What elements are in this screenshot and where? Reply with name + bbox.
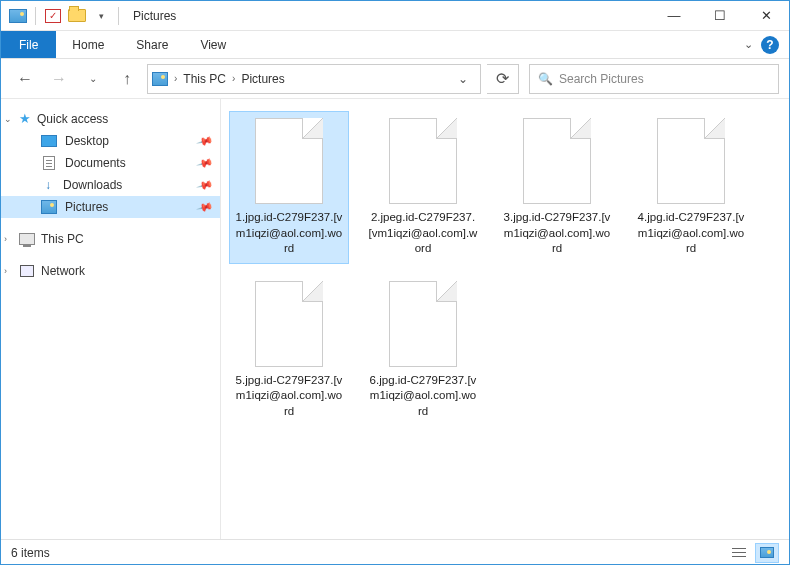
pin-icon: 📌 <box>196 132 215 150</box>
download-icon: ↓ <box>41 178 55 192</box>
network-label: Network <box>41 264 85 278</box>
file-icon <box>389 281 457 367</box>
sidebar-item-label: Documents <box>65 156 126 170</box>
pc-icon <box>19 232 35 246</box>
refresh-button[interactable]: ⟳ <box>487 64 519 94</box>
file-item[interactable]: 2.jpeg.id-C279F237.[vm1iqzi@aol.com].wor… <box>363 111 483 264</box>
ribbon: File Home Share View ⌄ ? <box>1 31 789 59</box>
document-icon <box>41 156 57 170</box>
minimize-button[interactable]: — <box>651 1 697 31</box>
desktop-icon <box>41 134 57 148</box>
file-icon <box>657 118 725 204</box>
maximize-button[interactable]: ☐ <box>697 1 743 31</box>
help-icon[interactable]: ? <box>761 36 779 54</box>
svg-rect-2 <box>732 556 746 557</box>
this-pc-label: This PC <box>41 232 84 246</box>
sidebar-item-label: Pictures <box>65 200 108 214</box>
chevron-down-icon[interactable]: ⌄ <box>4 114 12 124</box>
ribbon-expand-icon[interactable]: ⌄ <box>744 38 753 51</box>
file-name: 5.jpg.id-C279F237.[vm1iqzi@aol.com].word <box>234 373 344 420</box>
tab-share[interactable]: Share <box>120 31 184 58</box>
file-name: 6.jpg.id-C279F237.[vm1iqzi@aol.com].word <box>368 373 478 420</box>
recent-dropdown-icon[interactable]: ⌄ <box>79 65 107 93</box>
item-count: 6 items <box>11 546 50 560</box>
pin-icon: 📌 <box>196 198 215 216</box>
file-name: 4.jpg.id-C279F237.[vm1iqzi@aol.com].word <box>636 210 746 257</box>
sidebar-quick-access[interactable]: ⌄ ★ Quick access <box>1 107 220 130</box>
sidebar: ⌄ ★ Quick access Desktop 📌 Documents 📌 ↓… <box>1 99 221 539</box>
status-bar: 6 items <box>1 539 789 565</box>
view-largeicons-button[interactable] <box>755 543 779 563</box>
file-icon <box>255 281 323 367</box>
title-bar: ✓ ▾ Pictures — ☐ ✕ <box>1 1 789 31</box>
app-icon <box>7 5 29 27</box>
qat-newfolder-icon[interactable] <box>66 5 88 27</box>
quick-access-label: Quick access <box>37 112 108 126</box>
breadcrumb-thispc[interactable]: This PC <box>183 72 226 86</box>
sidebar-item-documents[interactable]: Documents 📌 <box>1 152 220 174</box>
file-item[interactable]: 1.jpg.id-C279F237.[vm1iqzi@aol.com].word <box>229 111 349 264</box>
sidebar-network[interactable]: › Network <box>1 260 220 282</box>
pin-icon: 📌 <box>196 176 215 194</box>
file-name: 1.jpg.id-C279F237.[vm1iqzi@aol.com].word <box>234 210 344 257</box>
file-item[interactable]: 5.jpg.id-C279F237.[vm1iqzi@aol.com].word <box>229 274 349 427</box>
up-button[interactable]: ↑ <box>113 65 141 93</box>
file-pane[interactable]: 1.jpg.id-C279F237.[vm1iqzi@aol.com].word… <box>221 99 789 539</box>
sidebar-item-label: Desktop <box>65 134 109 148</box>
chevron-right-icon[interactable]: › <box>170 73 181 84</box>
svg-rect-1 <box>732 552 746 553</box>
file-name: 3.jpg.id-C279F237.[vm1iqzi@aol.com].word <box>502 210 612 257</box>
file-icon <box>389 118 457 204</box>
chevron-right-icon[interactable]: › <box>4 234 7 244</box>
file-icon <box>523 118 591 204</box>
qat-dropdown-icon[interactable]: ▾ <box>90 5 112 27</box>
file-item[interactable]: 6.jpg.id-C279F237.[vm1iqzi@aol.com].word <box>363 274 483 427</box>
file-name: 2.jpeg.id-C279F237.[vm1iqzi@aol.com].wor… <box>368 210 478 257</box>
sidebar-item-label: Downloads <box>63 178 122 192</box>
tab-view[interactable]: View <box>184 31 242 58</box>
file-icon <box>255 118 323 204</box>
sidebar-item-pictures[interactable]: Pictures 📌 <box>1 196 220 218</box>
navigation-bar: ← → ⌄ ↑ › This PC › Pictures ⌄ ⟳ 🔍 Searc… <box>1 59 789 99</box>
network-icon <box>19 264 35 278</box>
window-title: Pictures <box>133 9 176 23</box>
file-item[interactable]: 3.jpg.id-C279F237.[vm1iqzi@aol.com].word <box>497 111 617 264</box>
breadcrumb-icon <box>152 72 168 86</box>
search-input[interactable]: 🔍 Search Pictures <box>529 64 779 94</box>
search-icon: 🔍 <box>538 72 553 86</box>
breadcrumb-pictures[interactable]: Pictures <box>241 72 284 86</box>
chevron-right-icon[interactable]: › <box>4 266 7 276</box>
close-button[interactable]: ✕ <box>743 1 789 31</box>
pin-icon: 📌 <box>196 154 215 172</box>
back-button[interactable]: ← <box>11 65 39 93</box>
breadcrumb[interactable]: › This PC › Pictures ⌄ <box>147 64 481 94</box>
search-placeholder: Search Pictures <box>559 72 644 86</box>
pictures-icon <box>41 200 57 214</box>
sidebar-item-desktop[interactable]: Desktop 📌 <box>1 130 220 152</box>
tab-home[interactable]: Home <box>56 31 120 58</box>
chevron-right-icon[interactable]: › <box>228 73 239 84</box>
forward-button[interactable]: → <box>45 65 73 93</box>
sidebar-this-pc[interactable]: › This PC <box>1 228 220 250</box>
file-item[interactable]: 4.jpg.id-C279F237.[vm1iqzi@aol.com].word <box>631 111 751 264</box>
view-details-button[interactable] <box>727 543 751 563</box>
svg-rect-0 <box>732 548 746 549</box>
qat-properties-icon[interactable]: ✓ <box>42 5 64 27</box>
star-icon: ★ <box>19 111 31 126</box>
breadcrumb-dropdown-icon[interactable]: ⌄ <box>450 72 476 86</box>
sidebar-item-downloads[interactable]: ↓ Downloads 📌 <box>1 174 220 196</box>
file-menu[interactable]: File <box>1 31 56 58</box>
